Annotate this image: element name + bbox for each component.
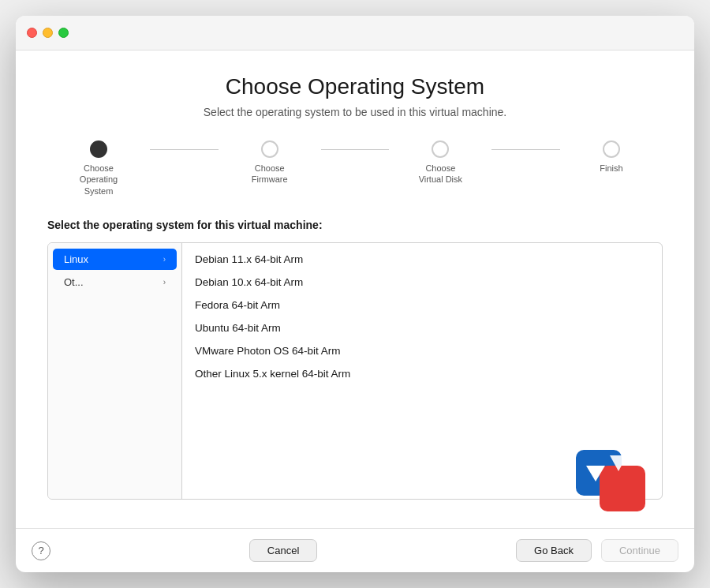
step-4: Finish xyxy=(560,140,663,174)
step-1-label: ChooseOperatingSystem xyxy=(80,163,118,197)
list-item[interactable]: Fedora 64-bit Arm xyxy=(182,294,662,316)
stepper: ChooseOperatingSystem ChooseFirmware Cho… xyxy=(47,140,663,197)
section-title: Select the operating system for this vir… xyxy=(47,219,663,231)
category-linux[interactable]: Linux › xyxy=(53,249,177,270)
minimize-button[interactable] xyxy=(43,28,53,38)
chevron-right-icon: › xyxy=(163,255,166,264)
step-2-label: ChooseFirmware xyxy=(252,163,288,185)
continue-button: Continue xyxy=(601,539,678,562)
chevron-right-icon-2: › xyxy=(163,278,166,287)
os-categories: Linux › Ot... › xyxy=(48,243,182,499)
list-item[interactable]: Debian 10.x 64-bit Arm xyxy=(182,271,662,294)
step-1-circle xyxy=(90,140,107,158)
main-window: Choose Operating System Select the opera… xyxy=(16,16,694,572)
category-other[interactable]: Ot... › xyxy=(53,272,177,293)
step-4-circle xyxy=(603,140,620,158)
category-other-label: Ot... xyxy=(64,276,84,288)
footer: ? Cancel Go Back Continue xyxy=(16,528,694,572)
titlebar xyxy=(16,16,694,51)
help-button[interactable]: ? xyxy=(32,541,50,560)
step-4-label: Finish xyxy=(600,163,622,174)
footer-center: Cancel xyxy=(50,539,516,562)
step-1: ChooseOperatingSystem xyxy=(47,140,150,197)
vmware-logo-area xyxy=(572,438,651,517)
step-3-label: ChooseVirtual Disk xyxy=(419,163,462,185)
content-area: Choose Operating System Select the opera… xyxy=(16,51,694,528)
step-2-circle xyxy=(261,140,278,158)
connector-2 xyxy=(321,149,390,150)
os-selector: Linux › Ot... › Debian 11.x 64-bit Arm D… xyxy=(47,242,663,500)
step-2: ChooseFirmware xyxy=(219,140,321,185)
footer-left: ? xyxy=(32,541,50,560)
svg-rect-1 xyxy=(600,466,645,511)
list-item[interactable]: Other Linux 5.x kernel 64-bit Arm xyxy=(182,362,662,385)
list-item[interactable]: VMware Photon OS 64-bit Arm xyxy=(182,339,662,362)
list-item[interactable]: Debian 11.x 64-bit Arm xyxy=(182,248,662,271)
connector-1 xyxy=(150,149,219,150)
maximize-button[interactable] xyxy=(58,28,69,38)
page-subtitle: Select the operating system to be used i… xyxy=(47,106,663,118)
close-button[interactable] xyxy=(27,28,37,38)
connector-3 xyxy=(491,149,560,150)
page-title: Choose Operating System xyxy=(47,74,663,99)
traffic-lights xyxy=(27,28,69,38)
cancel-button[interactable]: Cancel xyxy=(249,539,317,562)
footer-right: Go Back Continue xyxy=(516,539,678,562)
category-linux-label: Linux xyxy=(64,253,88,265)
step-3-circle xyxy=(432,140,449,158)
vmware-logo-icon xyxy=(572,438,651,517)
step-3: ChooseVirtual Disk xyxy=(389,140,491,185)
go-back-button[interactable]: Go Back xyxy=(516,539,592,562)
list-item[interactable]: Ubuntu 64-bit Arm xyxy=(182,316,662,339)
